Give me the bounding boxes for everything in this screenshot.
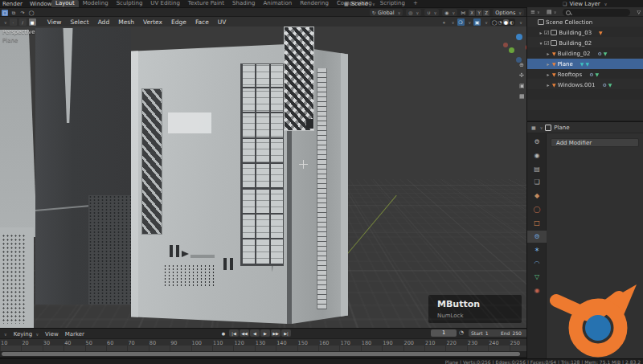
properties-tab-render[interactable]: ◉ — [527, 149, 547, 162]
mesh-green-icon[interactable]: ▼ — [596, 72, 600, 77]
viewport-menu-mesh[interactable]: Mesh — [114, 18, 138, 26]
shading-rendered-button[interactable]: ◐ — [510, 19, 514, 25]
zoom-icon[interactable]: ⊕ — [519, 62, 526, 68]
viewport-menu-vertex[interactable]: Vertex — [139, 18, 166, 26]
shading-solid-button[interactable]: ◔ — [498, 19, 502, 25]
properties-tab-view-layer[interactable]: ❏ — [527, 176, 547, 188]
menu-render[interactable]: Render — [2, 1, 23, 7]
workspace-tab-texture-paint[interactable]: Texture Paint — [184, 0, 228, 7]
properties-tab-physics[interactable]: ◠ — [527, 257, 547, 269]
outliner-row-plane[interactable]: ▸▼Plane▼▼ — [527, 59, 643, 69]
play-reverse-button[interactable]: ◀ — [250, 329, 260, 337]
camera-view-icon[interactable]: ▣ — [519, 83, 526, 89]
properties-context-icon[interactable]: ▦ — [531, 125, 536, 130]
properties-tab-particles[interactable]: ∗ — [527, 243, 547, 256]
proportional-edit-dropdown[interactable]: ◉∨ — [442, 9, 457, 16]
workspace-tab-sculpting[interactable]: Sculpting — [113, 0, 147, 7]
face-select-button[interactable]: ■ — [29, 18, 36, 26]
properties-tab-active-tool[interactable]: ⚙ — [527, 136, 547, 148]
outliner-row-rooftops[interactable]: ▸▼Rooftops⚙▼ — [527, 69, 643, 80]
workspace-tab-layout[interactable]: Layout — [51, 0, 79, 7]
snap-dropdown[interactable]: ∪∨ — [424, 9, 439, 16]
jump-to-end-button[interactable]: ▶| — [281, 329, 291, 337]
mirror-x-button[interactable]: X — [469, 10, 475, 16]
outliner-row-scene-collection[interactable]: Scene Collection — [527, 17, 643, 27]
properties-tab-scene[interactable]: ◆ — [527, 190, 547, 202]
timeline-track[interactable] — [0, 346, 526, 351]
properties-tab-material[interactable]: ◉ — [527, 284, 547, 297]
outliner-row-building_03[interactable]: ▸☑Building_03▼ — [527, 27, 643, 38]
properties-tab-object[interactable]: □ — [527, 217, 547, 229]
frame-start-field[interactable]: Start 1 — [469, 329, 502, 337]
outliner-row-building_02[interactable]: ▾☑Building_02 — [527, 38, 643, 48]
editor-type-chevron-icon[interactable]: ∨ — [4, 20, 7, 25]
gizmo-dropdown[interactable]: ⌖ — [440, 18, 448, 26]
play-button[interactable]: ▶ — [260, 329, 270, 337]
editor-type-chevron-icon[interactable]: ∨ — [4, 332, 7, 337]
wrench-icon[interactable]: ⚙ — [589, 72, 593, 77]
overlays-toggle[interactable]: ❍ — [457, 18, 465, 26]
tool-icon[interactable]: ↷ — [19, 10, 26, 16]
options-dropdown[interactable]: Options ∨ — [493, 9, 524, 16]
ortho-toggle-icon[interactable]: ▦ — [519, 93, 526, 100]
expander-icon[interactable]: ▸ — [545, 72, 551, 77]
gizmo-y-axis[interactable] — [509, 47, 514, 53]
menu-view[interactable]: View — [45, 331, 59, 337]
view-layer-selector[interactable]: ❏ View Layer ∨ — [563, 0, 607, 7]
tool-icon[interactable]: ◯ — [28, 10, 35, 16]
viewport-menu-select[interactable]: Select — [66, 18, 92, 26]
current-frame-field[interactable]: 1 — [431, 329, 457, 337]
vertex-select-button[interactable]: · — [10, 18, 17, 26]
record-button[interactable]: ● — [219, 329, 228, 337]
pivot-point-dropdown[interactable]: ◎∨ — [406, 9, 421, 16]
properties-tab-world[interactable]: ◯ — [527, 203, 547, 215]
collection-checkbox[interactable]: ☑ — [544, 30, 549, 36]
expander-icon[interactable]: ▸ — [545, 82, 551, 88]
workspace-tab-shading[interactable]: Shading — [228, 0, 259, 7]
viewport-menu-view[interactable]: View — [43, 18, 66, 26]
display-mode-icon[interactable]: ≡∨ — [530, 9, 540, 15]
scrollbar-thumb[interactable] — [2, 352, 520, 356]
menu-window[interactable]: Window — [30, 1, 52, 7]
next-keyframe-button[interactable]: ▶▶ — [271, 329, 281, 337]
add-modifier-button[interactable]: Add Modifier — [551, 138, 639, 147]
jump-to-start-button[interactable]: |◀ — [229, 329, 239, 337]
edge-select-button[interactable]: ∕ — [19, 18, 27, 26]
outliner-row-building_02[interactable]: ▸▼Building_02⚙▼ — [527, 48, 643, 59]
mirror-y-button[interactable]: Y — [476, 10, 482, 16]
workspace-tab-modeling[interactable]: Modeling — [79, 0, 113, 7]
properties-tab-object-data[interactable]: ▽ — [527, 271, 547, 283]
mesh-orange-icon[interactable]: ▼ — [599, 30, 603, 35]
transform-orientation-dropdown[interactable]: ↻ Global ∨ — [370, 9, 403, 16]
collection-checkbox[interactable]: ☑ — [544, 40, 549, 47]
menu-marker[interactable]: Marker — [65, 331, 84, 337]
expander-icon[interactable]: ▸ — [545, 51, 551, 56]
shading-material-button[interactable]: ● — [503, 19, 509, 25]
menu-keying[interactable]: Keying ∨ — [14, 331, 39, 337]
viewport-menu-uv[interactable]: UV — [214, 18, 231, 26]
expander-icon[interactable]: ▾ — [538, 40, 544, 46]
workspace-tab-animation[interactable]: Animation — [259, 0, 296, 7]
workspace-tab-scripting[interactable]: Scripting — [376, 0, 409, 7]
mesh-teal-icon[interactable]: ▼ — [580, 61, 584, 67]
pan-hand-icon[interactable]: ✣ — [519, 72, 526, 79]
gizmo-x-neg[interactable] — [503, 43, 508, 47]
add-workspace-button[interactable]: + — [409, 0, 422, 7]
auto-keying-clock-icon[interactable]: ◔ — [459, 329, 464, 336]
search-input[interactable] — [563, 9, 630, 16]
outliner-row-windows-001[interactable]: ▸▼Windows.001⚙▼ — [527, 80, 643, 90]
viewport-menu-face[interactable]: Face — [191, 18, 213, 26]
viewport-menu-add[interactable]: Add — [94, 18, 114, 26]
mesh-green-icon[interactable]: ▼ — [608, 82, 612, 88]
viewport-menu-edge[interactable]: Edge — [167, 18, 190, 26]
tool-icon[interactable]: ⧉ — [10, 10, 17, 16]
previous-keyframe-button[interactable]: ◀◀ — [240, 329, 249, 337]
expander-icon[interactable]: ▸ — [538, 30, 544, 35]
mesh-teal-icon[interactable]: ▼ — [585, 61, 589, 67]
active-tool-icon[interactable]: ▢ — [2, 10, 8, 16]
mesh-green-icon[interactable]: ▼ — [604, 51, 608, 56]
wrench-icon[interactable]: ⚙ — [602, 82, 606, 88]
gizmo-z-axis[interactable] — [516, 34, 522, 40]
filter-funnel-icon[interactable]: ▽ — [637, 9, 641, 14]
filter-collection-icon[interactable]: ▤∨ — [547, 9, 556, 15]
